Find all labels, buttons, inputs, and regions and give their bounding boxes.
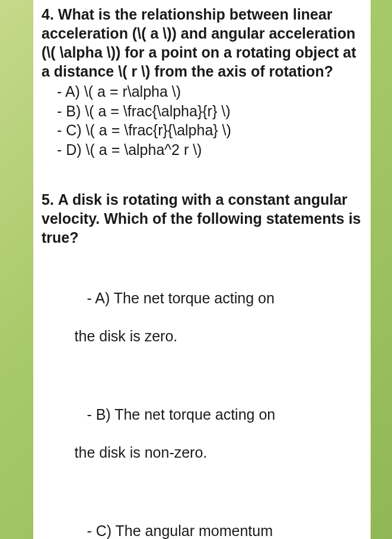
- question-5: 5. A disk is rotating with a constant an…: [42, 190, 362, 539]
- question-5-option-a: - A) The net torque acting on the disk i…: [42, 270, 362, 364]
- option-a-line2: the disk is zero.: [75, 328, 178, 344]
- option-a-line1: - A) The net torque acting on: [75, 290, 275, 306]
- question-5-prompt-bold: A disk is rotating with a constant angul…: [42, 191, 361, 246]
- question-4-option-d: - D) \( a = \alpha^2 r \): [42, 140, 362, 160]
- question-4-text: 4. What is the relationship between line…: [42, 5, 362, 81]
- message-card: 4. What is the relationship between line…: [33, 0, 371, 539]
- question-5-text: 5. A disk is rotating with a constant an…: [42, 190, 362, 247]
- question-4: 4. What is the relationship between line…: [42, 5, 362, 159]
- question-4-option-b: - B) \( a = \frac{\alpha}{r} \): [42, 102, 362, 121]
- question-5-option-b: - B) The net torque acting on the disk i…: [42, 386, 362, 481]
- question-5-number: 5.: [42, 191, 54, 208]
- option-c-line1: - C) The angular momentum: [75, 522, 273, 539]
- option-b-line2: the disk is non-zero.: [75, 444, 208, 461]
- question-5-option-c: - C) The angular momentum of the disk is…: [42, 502, 362, 539]
- question-4-options: - A) \( a = r\alpha \) - B) \( a = \frac…: [42, 82, 362, 159]
- question-4-number: 4.: [42, 6, 54, 23]
- question-4-option-c: - C) \( a = \frac{r}{\alpha} \): [42, 121, 362, 140]
- spacer: [42, 176, 362, 190]
- option-b-line1: - B) The net torque acting on: [75, 406, 276, 423]
- question-5-options: - A) The net torque acting on the disk i…: [42, 248, 362, 539]
- question-4-option-a: - A) \( a = r\alpha \): [42, 82, 362, 102]
